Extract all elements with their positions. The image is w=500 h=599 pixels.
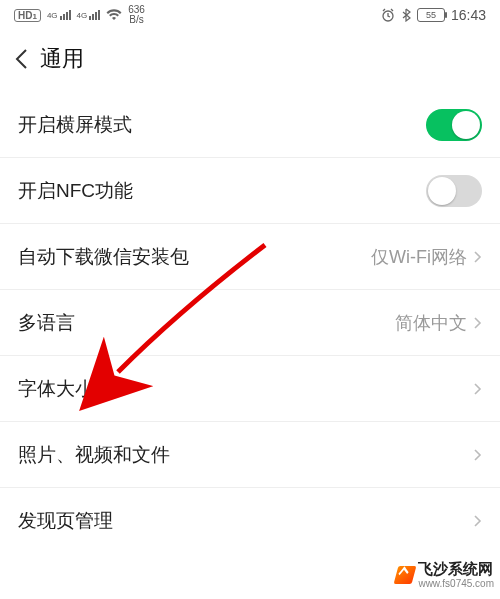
network-speed: 636 B/s <box>128 5 145 25</box>
row-landscape-mode[interactable]: 开启横屏模式 <box>0 92 500 158</box>
watermark: 飞沙系统网 www.fs0745.com <box>396 560 494 589</box>
chevron-left-icon <box>14 48 28 70</box>
clock-time: 16:43 <box>451 7 486 23</box>
back-button[interactable] <box>14 48 28 70</box>
wifi-icon <box>106 9 122 21</box>
row-language[interactable]: 多语言 简体中文 <box>0 290 500 356</box>
nav-header: 通用 <box>0 30 500 92</box>
chevron-right-icon <box>473 514 482 528</box>
bluetooth-icon <box>401 8 411 22</box>
signal-icon-a: 4G <box>47 10 71 20</box>
row-discover-manage[interactable]: 发现页管理 <box>0 488 500 554</box>
chevron-right-icon <box>473 448 482 462</box>
battery-icon: 55 <box>417 8 445 22</box>
hd-badge: HD1 <box>14 9 41 22</box>
settings-list: 开启横屏模式 开启NFC功能 自动下载微信安装包 仅Wi-Fi网络 多语言 简体… <box>0 92 500 554</box>
row-label: 发现页管理 <box>18 508 113 534</box>
chevron-right-icon <box>473 316 482 330</box>
row-label: 自动下载微信安装包 <box>18 244 189 270</box>
row-label: 照片、视频和文件 <box>18 442 170 468</box>
row-label: 开启NFC功能 <box>18 178 133 204</box>
chevron-right-icon <box>473 382 482 396</box>
row-auto-download[interactable]: 自动下载微信安装包 仅Wi-Fi网络 <box>0 224 500 290</box>
watermark-title: 飞沙系统网 <box>418 560 493 577</box>
page-title: 通用 <box>40 44 84 74</box>
row-font-size[interactable]: 字体大小 <box>0 356 500 422</box>
chevron-right-icon <box>473 250 482 264</box>
alarm-icon <box>381 8 395 22</box>
watermark-url: www.fs0745.com <box>418 579 494 589</box>
row-value: 仅Wi-Fi网络 <box>371 245 482 269</box>
status-left: HD1 4G 4G 636 B/s <box>14 5 145 25</box>
row-nfc[interactable]: 开启NFC功能 <box>0 158 500 224</box>
row-label: 多语言 <box>18 310 75 336</box>
row-value <box>473 382 482 396</box>
toggle-landscape[interactable] <box>426 109 482 141</box>
toggle-nfc[interactable] <box>426 175 482 207</box>
status-right: 55 16:43 <box>381 7 486 23</box>
row-value <box>473 448 482 462</box>
row-label: 字体大小 <box>18 376 94 402</box>
row-value: 简体中文 <box>395 311 482 335</box>
row-value <box>473 514 482 528</box>
watermark-icon <box>394 566 417 584</box>
row-label: 开启横屏模式 <box>18 112 132 138</box>
row-media-files[interactable]: 照片、视频和文件 <box>0 422 500 488</box>
status-bar: HD1 4G 4G 636 B/s 55 16:43 <box>0 0 500 30</box>
signal-icon-b: 4G <box>77 10 101 20</box>
